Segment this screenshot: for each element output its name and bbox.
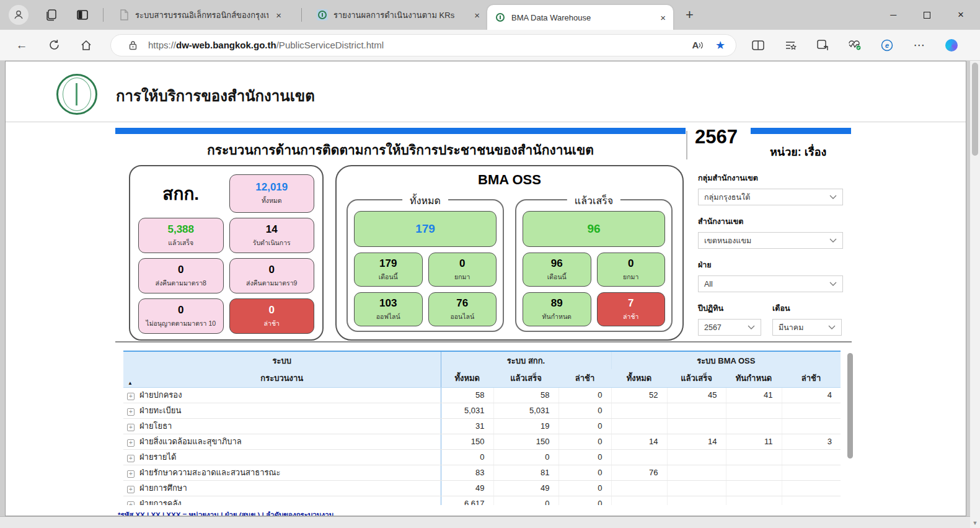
column-header[interactable]: ทั้งหมด [611, 369, 667, 387]
expand-row-icon[interactable]: + [127, 501, 135, 505]
close-window-button[interactable]: × [958, 9, 964, 21]
value-cell: 14 [611, 434, 667, 449]
page-scrollbar[interactable]: ▼ [970, 61, 980, 528]
split-screen-icon[interactable] [748, 35, 769, 56]
tab-title: ระบบสารบรรณอิเล็กทรอนิกส์ของกรุงเท [135, 9, 268, 22]
division-select[interactable]: All [698, 275, 843, 292]
value-cell: 0 [558, 418, 611, 434]
table-row[interactable]: +ฝ่ายทะเบียน 5,031 5,031 0 [123, 403, 841, 418]
tab-title: รายงานผลการดำเนินงานตาม KRs [333, 9, 467, 22]
table-row[interactable]: +ฝ่ายปกครอง 58 58 0 52 45 41 4 [123, 387, 841, 403]
expand-row-icon[interactable]: + [127, 393, 135, 400]
page-scrollbar-thumb[interactable] [972, 63, 978, 156]
expand-row-icon[interactable]: + [127, 424, 135, 431]
process-name-cell: +ฝ่ายโยธา [123, 418, 441, 434]
stat-label: ออนไลน์ [450, 311, 474, 322]
month-select[interactable]: มีนาคม [772, 319, 842, 336]
table-group-header[interactable]: ระบบ [123, 351, 441, 369]
new-tab-button[interactable]: + [682, 7, 697, 23]
window-bottom-edge [0, 516, 970, 528]
address-bar[interactable]: https://dw-web.bangkok.go.th/PublicServi… [110, 34, 736, 56]
sakok-done-box: 5,388 แล้วเสร็จ [138, 218, 224, 253]
tab-close-icon[interactable]: × [658, 12, 668, 23]
tab-actions-icon[interactable] [74, 7, 90, 23]
maximize-button[interactable] [924, 12, 930, 19]
ie-mode-icon[interactable]: e [876, 35, 898, 56]
stat-label: รับดำเนินการ [253, 238, 291, 248]
read-aloud-icon[interactable]: A [689, 40, 707, 50]
table-group-header[interactable]: ระบบ สกก. [441, 351, 611, 369]
value-cell: 0 [558, 480, 611, 496]
home-button[interactable] [76, 35, 97, 56]
district-select[interactable]: เขตหนองแขม [698, 232, 843, 249]
more-options-icon[interactable]: ⋯ [909, 35, 930, 56]
sort-asc-icon[interactable]: ▲ [128, 380, 133, 386]
collections-icon[interactable] [780, 35, 801, 56]
table-row[interactable]: +ฝ่ายการคลัง 6,617 0 0 [123, 496, 841, 505]
expand-row-icon[interactable]: + [127, 470, 135, 478]
sakok-late-box: 0 ล่าช้า [229, 298, 315, 334]
stat-label: แล้วเสร็จ [168, 238, 193, 248]
column-header[interactable]: ทันกำหนด [726, 369, 782, 387]
profile-avatar-icon[interactable] [9, 5, 29, 25]
lock-icon[interactable] [123, 40, 142, 50]
stat-value: 12,019 [255, 181, 288, 194]
table-row[interactable]: +ฝ่ายโยธา 31 19 0 [123, 418, 841, 434]
chevron-down-icon [828, 325, 836, 330]
value-cell: 76 [611, 465, 667, 480]
column-header[interactable]: ล่าช้า [558, 369, 611, 387]
table-row[interactable]: +ฝ่ายการศึกษา 49 49 0 [123, 480, 841, 496]
expand-row-icon[interactable]: + [127, 439, 135, 447]
district-group-select[interactable]: กลุ่มกรุงธนใต้ [698, 189, 843, 205]
table-row[interactable]: +ฝ่ายสิ่งแวดล้อมและสุขาภิบาล 150 150 0 1… [123, 434, 841, 449]
url-text[interactable]: https://dw-web.bangkok.go.th/PublicServi… [148, 40, 685, 50]
oss-late-box: 7 ล่าช้า [597, 292, 666, 326]
expand-row-icon[interactable]: + [127, 455, 135, 462]
copilot-icon[interactable] [941, 35, 962, 56]
workspaces-icon[interactable] [43, 7, 60, 23]
year-display: 2567 [690, 126, 749, 161]
table-scrollbar-thumb[interactable] [847, 353, 853, 459]
column-header[interactable]: ทั้งหมด [441, 369, 493, 387]
expand-row-icon[interactable]: + [127, 486, 135, 493]
tab-close-icon[interactable]: × [472, 10, 482, 20]
district-label: สำนักงานเขต [698, 215, 843, 228]
favorite-star-icon[interactable]: ★ [711, 38, 730, 52]
tab-close-icon[interactable]: × [273, 10, 284, 20]
year-divider [686, 131, 687, 159]
year-select[interactable]: 2567 [698, 319, 761, 336]
value-cell: 41 [726, 387, 782, 403]
table-row[interactable]: +ฝ่ายรักษาความสะอาดและสวนสาธารณะ 83 81 0… [123, 465, 841, 480]
back-button[interactable]: ← [11, 35, 32, 56]
table-scrollbar[interactable] [847, 353, 853, 502]
column-header[interactable]: ล่าช้า [782, 369, 841, 387]
stat-value: 0 [628, 257, 633, 270]
stat-label: ส่งคืนตามมาตรา8 [156, 278, 206, 289]
tab-krs-report[interactable]: รายงานผลการดำเนินงานตาม KRs × [309, 4, 487, 25]
column-header[interactable]: แล้วเสร็จ [667, 369, 726, 387]
browser-essentials-icon[interactable] [844, 35, 865, 56]
oss-ontime-box: 89 ทันกำหนด [523, 292, 591, 326]
value-cell: 3 [782, 434, 841, 449]
table-row[interactable]: +ฝ่ายรายได้ 0 0 0 [123, 449, 841, 465]
refresh-button[interactable] [43, 35, 64, 56]
process-name-cell: +ฝ่ายสิ่งแวดล้อมและสุขาภิบาล [123, 434, 441, 449]
sakok-notallowed-box: 0 ไม่อนุญาตตามมาตรา 10 [138, 298, 224, 334]
tab-bma-data-warehouse[interactable]: BMA Data Warehouse × [487, 5, 673, 30]
add-to-collections-icon[interactable] [812, 35, 833, 56]
bma-oss-card: BMA OSS ทั้งหมด 179 179 เดือนนี้ 0 ยกมา [335, 165, 684, 341]
footnote: *รหัส XX | XX | XXX = หน่วยงาน | ฝ่าย (ส… [118, 509, 334, 516]
process-name-cell: +ฝ่ายการศึกษา [123, 480, 441, 496]
table-group-header[interactable]: ระบบ BMA OSS [611, 351, 841, 369]
scroll-down-icon[interactable]: ▼ [970, 520, 980, 526]
minimize-button[interactable]: ─ [890, 10, 896, 20]
value-cell [782, 496, 841, 505]
tab-edocument-system[interactable]: ระบบสารบรรณอิเล็กทรอนิกส์ของกรุงเท × [111, 4, 289, 25]
value-cell: 58 [493, 387, 558, 403]
column-header[interactable]: แล้วเสร็จ [493, 369, 558, 387]
oss-offline-box: 103 ออฟไลน์ [354, 292, 423, 326]
expand-row-icon[interactable]: + [127, 408, 135, 416]
column-header-process[interactable]: ▲กระบวนงาน [123, 369, 441, 387]
value-cell: 19 [493, 418, 558, 434]
process-name-cell: +ฝ่ายรักษาความสะอาดและสวนสาธารณะ [123, 465, 441, 480]
